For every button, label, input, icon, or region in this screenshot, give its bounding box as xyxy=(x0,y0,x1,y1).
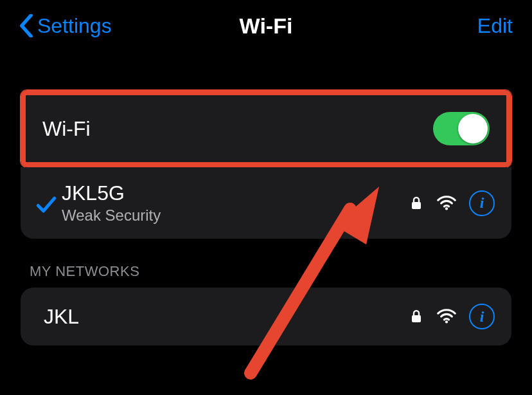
svg-point-1 xyxy=(445,207,448,210)
checkmark-icon xyxy=(31,191,62,216)
wifi-toggle-group: Wi-Fi xyxy=(21,90,511,167)
wifi-toggle[interactable] xyxy=(433,112,490,145)
network-name: JKL xyxy=(44,305,409,329)
connected-network-name: JKL5G xyxy=(62,181,409,205)
page-title: Wi-Fi xyxy=(240,14,293,39)
back-button[interactable]: Settings xyxy=(19,14,112,38)
wifi-signal-icon xyxy=(437,196,456,211)
svg-rect-0 xyxy=(412,202,421,209)
svg-point-3 xyxy=(445,320,448,323)
back-label: Settings xyxy=(37,14,112,38)
connected-network-status: Weak Security xyxy=(62,207,409,225)
lock-icon xyxy=(409,309,424,324)
my-networks-header: MY NETWORKS xyxy=(0,239,532,288)
wifi-toggle-label: Wi-Fi xyxy=(42,117,433,141)
edit-button[interactable]: Edit xyxy=(477,14,513,38)
svg-rect-2 xyxy=(412,315,421,322)
info-icon[interactable]: i xyxy=(469,190,495,216)
connected-network-row[interactable]: JKL5G Weak Security xyxy=(21,167,511,239)
wifi-toggle-row[interactable]: Wi-Fi xyxy=(26,95,506,162)
lock-icon xyxy=(409,196,424,211)
navbar: Settings Wi-Fi Edit xyxy=(0,0,532,51)
wifi-signal-icon xyxy=(437,309,456,324)
connected-network-group: JKL5G Weak Security xyxy=(21,167,511,239)
chevron-left-icon xyxy=(19,14,33,37)
network-row[interactable]: JKL i xyxy=(21,288,511,345)
info-icon[interactable]: i xyxy=(469,304,495,329)
my-networks-group: JKL i xyxy=(21,288,511,345)
toggle-knob xyxy=(458,114,488,143)
